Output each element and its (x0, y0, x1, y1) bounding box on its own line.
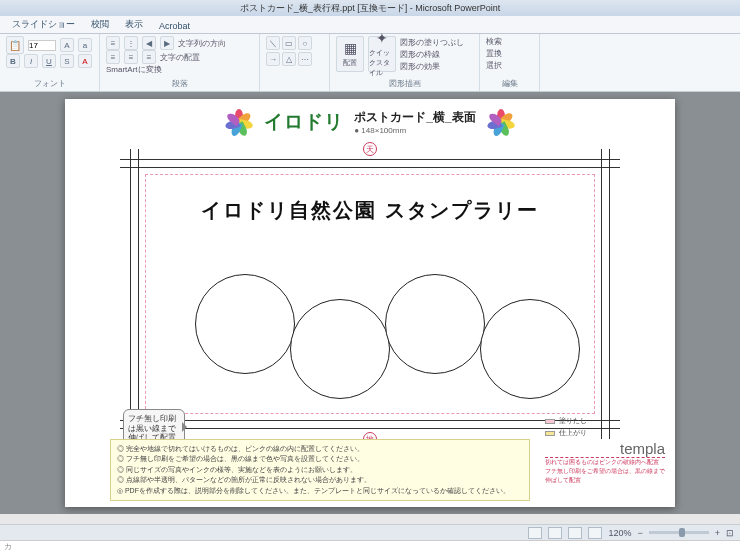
quick-styles-button[interactable]: ✦クイックスタイル (368, 36, 396, 72)
paragraph-group-label: 段落 (106, 78, 253, 89)
shape-oval-button[interactable]: ○ (298, 36, 312, 50)
font-group-label: フォント (6, 78, 93, 89)
ribbon-tabs: スライドショー 校閲 表示 Acrobat (0, 16, 740, 34)
replace-button[interactable]: 置換 (486, 48, 533, 59)
zoom-in-button[interactable]: + (715, 528, 720, 538)
normal-view-button[interactable] (528, 527, 542, 539)
styles-icon: ✦ (376, 30, 388, 46)
smartart-label[interactable]: SmartArtに変換 (106, 64, 162, 75)
slideshow-view-button[interactable] (588, 527, 602, 539)
ribbon: 📋 A a B I U S A フォント ≡ ⋮ ◀ ▶ 文字列の方向 (0, 34, 740, 92)
font-color-button[interactable]: A (78, 54, 92, 68)
brand-logo-icon (224, 107, 254, 137)
tab-acrobat[interactable]: Acrobat (151, 19, 198, 33)
indent-dec-button[interactable]: ◀ (142, 36, 156, 50)
stamp-circle[interactable] (195, 274, 295, 374)
shape-rect-button[interactable]: ▭ (282, 36, 296, 50)
shape-line-button[interactable]: ＼ (266, 36, 280, 50)
templa-label: templa (545, 440, 665, 458)
title-bar: ポストカード_横_表行程.ppt [互換モード] - Microsoft Pow… (0, 0, 740, 16)
shape-effects-label[interactable]: 図形の効果 (400, 61, 464, 72)
stamp-circle[interactable] (385, 274, 485, 374)
note-item: 完全や地線で切れてはいけるものは、ピンクの線の内に配置してください。 (117, 444, 523, 455)
align-right-button[interactable]: ≡ (142, 50, 156, 64)
legend-note: 切れては困るものはピンクの破線内へ配置 (545, 458, 665, 467)
stamp-circle[interactable] (480, 299, 580, 399)
indent-inc-button[interactable]: ▶ (160, 36, 174, 50)
italic-button[interactable]: I (24, 54, 38, 68)
note-item: PDFを作成する際は、説明部分を削除してください。また、テンプレートと同じサイズ… (117, 486, 523, 497)
legend-note: フチ無し印刷をご希望の場合は、黒の線まで伸ばして配置 (545, 467, 665, 485)
swatch-nuritashi (545, 419, 555, 424)
zoom-slider[interactable] (649, 531, 709, 534)
shape-triangle-button[interactable]: △ (282, 52, 296, 66)
swatch-shiagari (545, 431, 555, 436)
drawing-group-label: 図形描画 (336, 78, 473, 89)
template-subtitle: ポストカード_横_表面 (354, 109, 475, 126)
note-item: 点線部や半透明、パターンなどの箇所が正常に反映されない場合があります。 (117, 475, 523, 486)
reading-view-button[interactable] (568, 527, 582, 539)
shrink-font-button[interactable]: a (78, 38, 92, 52)
shape-more-button[interactable]: ⋯ (298, 52, 312, 66)
slide-workspace[interactable]: イロドリ ポストカード_横_表面 ● 148×100mm (0, 92, 740, 514)
brand-logo-icon (486, 107, 516, 137)
tab-review[interactable]: 校閲 (83, 16, 117, 33)
note-item: 同じサイズの写真やインクの様等、実施などを表のようにお願いします。 (117, 465, 523, 476)
align-left-button[interactable]: ≡ (106, 50, 120, 64)
zoom-level[interactable]: 120% (608, 528, 631, 538)
clipboard-icon: 📋 (9, 40, 21, 51)
note-item: フチ無し印刷をご希望の場合は、黒の線まで色や写真を設置してください。 (117, 454, 523, 465)
text-direction-label[interactable]: 文字列の方向 (178, 38, 226, 49)
arrange-button[interactable]: ▦配置 (336, 36, 364, 72)
slide-canvas[interactable]: イロドリ ポストカード_横_表面 ● 148×100mm (65, 99, 675, 507)
window-title: ポストカード_横_表行程.ppt [互換モード] - Microsoft Pow… (240, 2, 501, 15)
top-marker: 天 (363, 142, 377, 156)
numbering-button[interactable]: ⋮ (124, 36, 138, 50)
bold-button[interactable]: B (6, 54, 20, 68)
bullets-button[interactable]: ≡ (106, 36, 120, 50)
shape-arrow-button[interactable]: → (266, 52, 280, 66)
slide-title-text[interactable]: イロドリ自然公園 スタンプラリー (65, 197, 675, 224)
zoom-out-button[interactable]: − (637, 528, 642, 538)
ime-indicator: カ (0, 540, 740, 552)
sorter-view-button[interactable] (548, 527, 562, 539)
text-align-label[interactable]: 文字の配置 (160, 52, 200, 63)
paste-button[interactable]: 📋 (6, 36, 24, 54)
status-bar: 120% − + ⊡ (0, 524, 740, 540)
tab-view[interactable]: 表示 (117, 16, 151, 33)
template-dimensions: ● 148×100mm (354, 126, 475, 135)
template-legend: 塗りたし 仕上がり templa 切れては困るものはピンクの破線内へ配置 フチ無… (545, 416, 665, 485)
shape-outline-label[interactable]: 図形の枠線 (400, 49, 464, 60)
shape-fill-label[interactable]: 図形の塗りつぶし (400, 37, 464, 48)
editing-group-label: 編集 (486, 78, 533, 89)
brand-name: イロドリ (264, 109, 344, 135)
fit-button[interactable]: ⊡ (726, 528, 734, 538)
arrange-icon: ▦ (344, 40, 357, 56)
tab-slideshow[interactable]: スライドショー (4, 16, 83, 33)
grow-font-button[interactable]: A (60, 38, 74, 52)
underline-button[interactable]: U (42, 54, 56, 68)
instruction-notes[interactable]: 完全や地線で切れてはいけるものは、ピンクの線の内に配置してください。 フチ無し印… (110, 439, 530, 502)
strike-button[interactable]: S (60, 54, 74, 68)
font-size-input[interactable] (28, 40, 56, 51)
select-button[interactable]: 選択 (486, 60, 533, 71)
stamp-circle[interactable] (290, 299, 390, 399)
align-center-button[interactable]: ≡ (124, 50, 138, 64)
find-button[interactable]: 検索 (486, 36, 533, 47)
